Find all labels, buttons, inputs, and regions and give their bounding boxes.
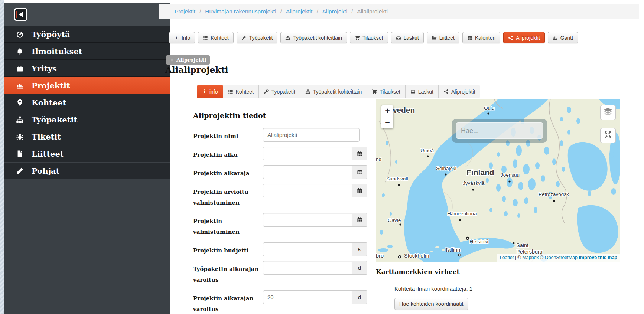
map-search-input[interactable] [456, 122, 543, 139]
field-input-projektin-valmistuminen[interactable] [263, 213, 352, 227]
tab-aliprojektit[interactable]: Aliprojektit [439, 85, 480, 98]
tab-tilaukset[interactable]: Tilaukset [367, 85, 406, 98]
label: Laskut [418, 89, 433, 95]
attribution-text: | [514, 255, 517, 260]
label: Työpaketit kohteittain [293, 35, 342, 41]
map-dot-h-meenlinna [459, 219, 461, 221]
toolbar-button-info[interactable]: iInfo [169, 32, 195, 43]
breadcrumb-link-aliprojektit[interactable]: Aliprojektit [286, 8, 313, 15]
sidebar-item-pohjat[interactable]: Pohjat [4, 162, 170, 179]
label: Kohteet [211, 35, 228, 41]
form-heading: Aliprojektin tiedot [193, 111, 376, 120]
zoom-in-button[interactable]: + [381, 105, 393, 117]
label: Kalenteri [475, 35, 495, 41]
sidebar-item-ty-paketit[interactable]: Työpaketit [4, 111, 170, 128]
map-label-helsinki: Helsinki [469, 239, 488, 245]
collapse-sidebar-button[interactable] [14, 8, 27, 21]
attribution-link-improve-this-map[interactable]: Improve this map [579, 255, 618, 260]
form-row-projektin-aikarajan-varoitus: Projektin aikarajan varoitusd [193, 290, 376, 314]
expand-arrows-icon [604, 131, 612, 140]
attribution-link-mapbox[interactable]: Mapbox [522, 255, 539, 260]
sidebar-item-liitteet[interactable]: Liitteet [4, 145, 170, 162]
sidebar-item-tiketit[interactable]: Tiketit [4, 128, 170, 145]
sidebar-item-label: Ilmoitukset [32, 47, 82, 56]
label: Työpaketit [271, 89, 295, 95]
fullscreen-button[interactable] [600, 128, 616, 143]
attribution-link-openstreetmap[interactable]: OpenStreetMap [545, 255, 578, 260]
label: Työpaketit [249, 35, 273, 41]
sidebar-item-yritys[interactable]: Yritys [4, 60, 170, 77]
field-label: Projektin alku [193, 147, 263, 160]
map-zoom-control: + − [381, 105, 393, 128]
toolbar-button-laskut[interactable]: Laskut [391, 32, 424, 43]
subproject-form: Aliprojektin tiedot Projektin nimiProjek… [193, 111, 376, 314]
toolbar-button-liitteet[interactable]: Liitteet [427, 32, 459, 43]
map-label-petrozavodsk: Petrozavodsk [539, 192, 569, 197]
file-icon [14, 150, 25, 158]
svg-text:i: i [204, 89, 205, 94]
sidebar-item-label: Työpöytä [32, 30, 70, 39]
field-group [263, 147, 367, 160]
sidebar-header [4, 3, 170, 26]
attribution-link-leaflet[interactable]: Leaflet [500, 255, 514, 260]
parent-project-link[interactable]: Aliprojekti [166, 55, 210, 65]
map-label-g-vle: Gävle [388, 217, 401, 223]
subprojects-icon [443, 89, 449, 94]
toolbar-button-ty-paketit-kohteittain[interactable]: Työpaketit kohteittain [280, 32, 347, 43]
map-label-bro: bro [376, 253, 384, 259]
field-input-projektin-arvioitu-valmistuminen[interactable] [263, 184, 352, 197]
sidebar-item-projektit[interactable]: Projektit [4, 77, 170, 94]
sidebar-item-label: Yritys [32, 64, 57, 73]
map[interactable]: SwedenFinlandOuluUmeåSundsvallGävleSeinä… [376, 99, 620, 262]
arrow-up-icon [170, 58, 174, 62]
map-dot-g-vle [399, 223, 401, 225]
breadcrumb-link-huvimajan-rakennusprojekti[interactable]: Huvimajan rakennusprojekti [205, 8, 276, 15]
toolbar-button-kohteet[interactable]: Kohteet [198, 32, 233, 43]
breadcrumb-link-aliprojekti[interactable]: Aliprojekti [322, 8, 347, 15]
toolbar-button-tilaukset[interactable]: Tilaukset [350, 32, 388, 43]
field-label: Työpaketin aikarajan varoitus [193, 261, 263, 285]
svg-text:i: i [176, 35, 178, 40]
inbox-icon [410, 89, 416, 94]
project-toolbar: iInfoKohteetTyöpaketitTyöpaketit kohteit… [169, 32, 578, 43]
tab-ty-paketit[interactable]: Työpaketit [259, 85, 300, 98]
map-label-ume: Umeå [420, 148, 434, 153]
map-column: SwedenFinlandOuluUmeåSundsvallGävleSeinä… [376, 99, 620, 310]
field-input-projektin-nimi[interactable] [263, 128, 360, 142]
field-input-ty-paketin-aikarajan-varoitus[interactable] [263, 261, 352, 275]
map-dot-jyv-skyl [472, 189, 474, 190]
map-label-nd: nd [376, 157, 381, 162]
zoom-out-button[interactable]: − [381, 117, 393, 128]
field-group: d [263, 290, 367, 314]
field-input-projektin-aikaraja[interactable] [263, 165, 352, 179]
map-dot-joensuu [508, 180, 510, 182]
wrench-icon [241, 35, 247, 40]
tab-ty-paketit-kohteittain[interactable]: Työpaketit kohteittain [300, 85, 367, 98]
toolbar-button-kalenteri[interactable]: Kalenteri [462, 32, 500, 43]
breadcrumb-link-projektit[interactable]: Projektit [175, 8, 195, 15]
layers-control-button[interactable] [600, 105, 616, 120]
field-label: Projektin arvioitu valmistuminen [193, 184, 263, 208]
toolbar-button-aliprojektit[interactable]: Aliprojektit [503, 32, 545, 43]
label: Tilaukset [380, 89, 400, 95]
field-input-projektin-aikarajan-varoitus[interactable] [263, 290, 352, 304]
tab-kohteet[interactable]: Kohteet [223, 85, 259, 98]
field-label: Projektin valmistuminen [193, 213, 263, 238]
sidebar-item-ilmoitukset[interactable]: Ilmoitukset [4, 43, 170, 60]
map-ring-helsinki [466, 237, 469, 239]
label: info [209, 89, 218, 95]
tab-laskut[interactable]: Laskut [406, 85, 439, 98]
field-input-projektin-alku[interactable] [263, 147, 352, 160]
sidebar-item-kohteet[interactable]: Kohteet [4, 94, 170, 111]
calendar-icon [352, 184, 367, 197]
fetch-coordinates-button[interactable]: Hae kohteiden koordinaatit [394, 298, 468, 310]
toolbar-button-gantt[interactable]: Gantt [548, 32, 578, 43]
field-input-projektin-budjetti[interactable] [263, 242, 352, 256]
sidebar-item-ty-p-yt[interactable]: Työpöytä [4, 26, 170, 43]
page-title: Alialiprojekti [165, 65, 228, 75]
page-edge-stripe [0, 0, 4, 314]
attribution-text: © [517, 255, 522, 260]
toolbar-button-ty-paketit[interactable]: Työpaketit [237, 32, 278, 43]
map-label-sein-joki: Seinäjoki [436, 166, 456, 171]
tab-info[interactable]: iinfo [197, 85, 223, 98]
